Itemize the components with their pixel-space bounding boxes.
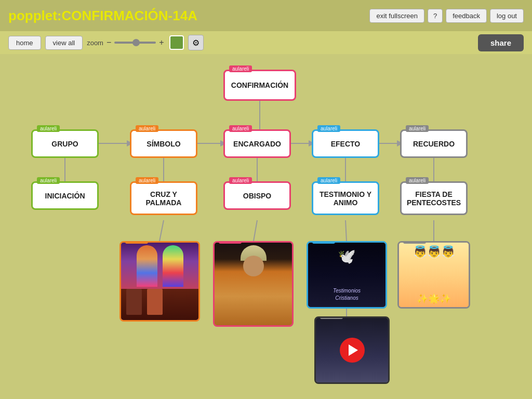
svg-line-11 bbox=[159, 220, 164, 241]
img-node-img_video[interactable]: aulareli bbox=[314, 316, 390, 384]
header: popplet:CONFIRMACIÓN-14A exit fullscreen… bbox=[0, 0, 532, 31]
img-tag-img_church: aulareli bbox=[125, 241, 148, 244]
img-content-img_angels: 👼👼👼 ✨🌟✨ bbox=[399, 243, 469, 307]
img-node-img_testimony[interactable]: aulareli 🕊️ TestimoniosCristianos bbox=[307, 241, 387, 309]
color-swatch[interactable] bbox=[169, 35, 184, 50]
home-button[interactable]: home bbox=[8, 36, 41, 50]
zoom-slider-thumb[interactable] bbox=[132, 39, 140, 46]
exit-fullscreen-button[interactable]: exit fullscreen bbox=[369, 9, 424, 23]
share-button[interactable]: share bbox=[478, 34, 524, 51]
img-content-img_video bbox=[316, 318, 388, 382]
label-grupo: GRUPO bbox=[51, 140, 78, 148]
label-confirmacion: CONFIRMACIÓN bbox=[231, 81, 288, 89]
node-efecto[interactable]: aulareliEFECTO bbox=[312, 129, 379, 158]
node-grupo[interactable]: aulareliGRUPO bbox=[31, 129, 99, 158]
canvas: aulareliCONFIRMACIÓNaulareliGRUPOaularel… bbox=[0, 54, 532, 399]
label-cruz_palmada: CRUZ Y PALMADA bbox=[146, 190, 182, 207]
app-subtitle: CONFIRMACIÓN-14A bbox=[62, 8, 197, 23]
tag-grupo: aulareli bbox=[37, 125, 60, 132]
img-content-img_testimony: 🕊️ TestimoniosCristianos bbox=[308, 243, 385, 307]
img-tag-img_testimony: aulareli bbox=[312, 241, 335, 244]
tag-recuerdo: aulareli bbox=[406, 125, 429, 132]
zoom-plus-icon[interactable]: + bbox=[158, 38, 165, 47]
label-recuerdo: RECUERDO bbox=[413, 140, 455, 148]
node-encargado[interactable]: aulareliENCARGADO bbox=[223, 129, 291, 158]
node-confirmacion[interactable]: aulareliCONFIRMACIÓN bbox=[223, 70, 296, 101]
tag-simbolo: aulareli bbox=[136, 125, 158, 132]
node-simbolo[interactable]: aulareliSÍMBOLO bbox=[130, 129, 197, 158]
node-fiesta_pentecostes[interactable]: aulareliFIESTA DE PENTECOSTES bbox=[400, 181, 468, 215]
img-node-img_church[interactable]: aulareli bbox=[119, 241, 200, 322]
label-testimonio_animo: TESTIMONIO Y ANIMO bbox=[320, 190, 371, 207]
tag-testimonio_animo: aulareli bbox=[317, 177, 340, 184]
img-node-img_bishop[interactable]: aulareli bbox=[213, 241, 294, 327]
img-content-img_bishop bbox=[215, 243, 292, 325]
img-tag-img_bishop: aulareli bbox=[219, 241, 242, 244]
label-fiesta_pentecostes: FIESTA DE PENTECOSTES bbox=[407, 190, 461, 207]
view-all-button[interactable]: view all bbox=[45, 36, 83, 50]
help-button[interactable]: ? bbox=[428, 9, 443, 23]
node-iniciacion[interactable]: aulareliINICIACIÓN bbox=[31, 181, 99, 210]
label-efecto: EFECTO bbox=[331, 140, 361, 148]
img-content-img_church bbox=[121, 243, 198, 320]
zoom-minus-icon[interactable]: − bbox=[105, 38, 112, 47]
tag-fiesta_pentecostes: aulareli bbox=[406, 177, 429, 184]
svg-line-12 bbox=[254, 220, 257, 241]
tag-cruz_palmada: aulareli bbox=[136, 177, 158, 184]
zoom-control: zoom − + bbox=[87, 38, 165, 47]
zoom-slider[interactable] bbox=[114, 42, 156, 44]
node-cruz_palmada[interactable]: aulareliCRUZ Y PALMADA bbox=[130, 181, 197, 215]
img-tag-img_video: aulareli bbox=[320, 316, 343, 319]
tag-encargado: aulareli bbox=[229, 125, 252, 132]
node-recuerdo[interactable]: aulareliRECUERDO bbox=[400, 129, 468, 158]
tag-iniciacion: aulareli bbox=[37, 177, 60, 184]
settings-button[interactable]: ⚙ bbox=[188, 35, 204, 50]
img-node-img_angels[interactable]: aulareli 👼👼👼 ✨🌟✨ bbox=[397, 241, 470, 309]
play-button[interactable] bbox=[340, 338, 365, 363]
app-title: popplet:CONFIRMACIÓN-14A bbox=[8, 8, 197, 24]
svg-line-13 bbox=[345, 220, 347, 241]
label-obispo: OBISPO bbox=[243, 192, 271, 200]
label-simbolo: SÍMBOLO bbox=[147, 140, 180, 148]
connections-svg bbox=[0, 54, 532, 399]
logout-button[interactable]: log out bbox=[490, 9, 524, 23]
app-brand: popplet: bbox=[8, 8, 62, 23]
tag-confirmacion: aulareli bbox=[229, 65, 252, 72]
tag-efecto: aulareli bbox=[317, 125, 340, 132]
node-testimonio_animo[interactable]: aulareliTESTIMONIO Y ANIMO bbox=[312, 181, 379, 215]
tag-obispo: aulareli bbox=[229, 177, 252, 184]
node-obispo[interactable]: aulareliOBISPO bbox=[223, 181, 291, 210]
img-tag-img_angels: aulareli bbox=[403, 241, 426, 244]
header-actions: exit fullscreen ? feedback log out bbox=[369, 9, 524, 23]
toolbar: home view all zoom − + ⚙ share bbox=[0, 31, 532, 54]
zoom-label: zoom bbox=[87, 39, 103, 47]
feedback-button[interactable]: feedback bbox=[446, 9, 487, 23]
label-encargado: ENCARGADO bbox=[233, 140, 281, 148]
label-iniciacion: INICIACIÓN bbox=[45, 192, 85, 200]
